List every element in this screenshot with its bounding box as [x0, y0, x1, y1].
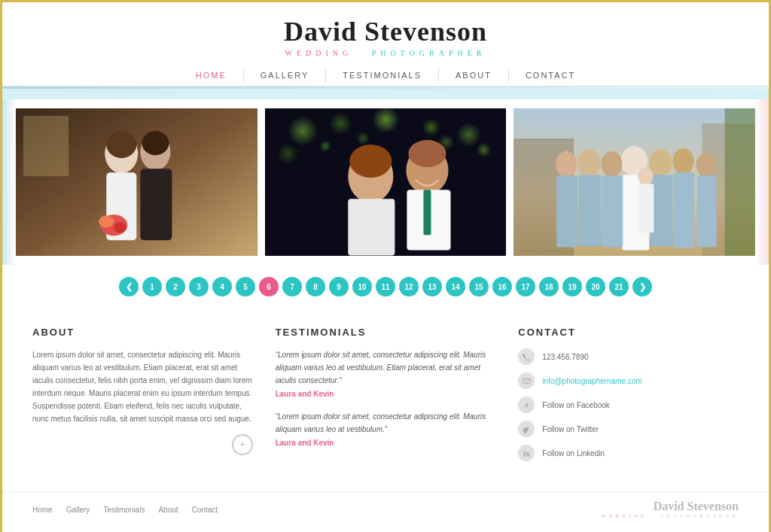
svg-point-49	[638, 167, 654, 185]
svg-point-41	[650, 149, 672, 176]
contact-email[interactable]: info@photographername.com	[542, 377, 641, 385]
testimonial-2: “Lorem ipsum dolor sit amet, consectetur…	[276, 410, 496, 447]
read-more-icon: +	[239, 439, 245, 451]
nav-home[interactable]: HOME	[179, 68, 244, 83]
about-text: Lorem ipsum dolor sit amet, consectetur …	[32, 348, 253, 425]
svg-point-56	[523, 450, 525, 451]
pg-18[interactable]: 18	[539, 277, 559, 296]
pg-3[interactable]: 3	[189, 277, 209, 296]
footer-nav: Home Gallery Testimonials About Contact	[32, 506, 218, 514]
pg-13[interactable]: 13	[422, 277, 442, 296]
pg-17[interactable]: 17	[516, 277, 535, 296]
svg-point-29	[408, 140, 446, 167]
svg-rect-24	[348, 199, 395, 255]
footer-logo-subtitle: WEDDING PHOTOGRAPHER	[601, 513, 739, 519]
testimonials-heading: TESTIMONIALS	[276, 327, 496, 338]
contact-phone: 123.456.7890	[542, 353, 588, 361]
contact-twitter[interactable]: Follow on Twitter	[542, 425, 599, 433]
footer-logo-name: David Stevenson	[601, 500, 739, 513]
contact-phone-item: 123.456.7890	[518, 348, 739, 365]
subtitle-wedding: WEDDING	[285, 49, 352, 57]
pg-14[interactable]: 14	[446, 277, 465, 296]
footer-about[interactable]: About	[158, 506, 178, 514]
svg-rect-38	[579, 175, 602, 246]
svg-point-14	[329, 112, 352, 135]
pg-8[interactable]: 8	[306, 277, 325, 296]
nav-testimonials[interactable]: TESTIMONIALS	[326, 68, 439, 83]
svg-rect-50	[639, 184, 654, 233]
photo-slider	[2, 99, 769, 265]
pg-2[interactable]: 2	[166, 277, 185, 296]
pg-1[interactable]: 1	[142, 277, 162, 296]
twitter-icon	[518, 421, 535, 437]
contact-heading: CONTACT	[518, 327, 739, 338]
footer-home[interactable]: Home	[32, 506, 53, 514]
pg-7[interactable]: 7	[282, 277, 302, 296]
testimonial-2-text: “Lorem ipsum dolor sit amet, consectetur…	[276, 410, 496, 436]
contact-facebook[interactable]: Follow on Facebook	[542, 401, 610, 409]
svg-rect-46	[556, 175, 577, 247]
svg-point-43	[673, 148, 694, 174]
pg-6[interactable]: 6	[259, 277, 279, 296]
photo-1	[16, 108, 258, 256]
svg-point-39	[602, 151, 623, 177]
pg-12[interactable]: 12	[399, 277, 419, 296]
nav-contact[interactable]: CONTACT	[509, 68, 592, 83]
testimonial-1: “Lorem ipsum dolor sit amet, consectetur…	[276, 348, 496, 398]
linkedin-icon	[518, 445, 535, 461]
svg-point-47	[696, 153, 716, 177]
pg-20[interactable]: 20	[586, 277, 605, 296]
pg-4[interactable]: 4	[212, 277, 232, 296]
svg-point-10	[106, 131, 136, 158]
contact-facebook-item: Follow on Facebook	[518, 397, 739, 413]
pg-11[interactable]: 11	[376, 277, 395, 296]
photo-2	[265, 108, 507, 256]
nav-gallery[interactable]: GALLERY	[244, 68, 327, 83]
svg-point-20	[319, 140, 331, 152]
testimonial-1-author: Laura and Kevin	[276, 390, 496, 398]
nav-about[interactable]: ABOUT	[439, 68, 509, 83]
testimonial-1-text: “Lorem ipsum dolor sit amet, consectetur…	[276, 348, 496, 387]
svg-point-13	[288, 116, 318, 146]
svg-point-25	[349, 144, 392, 178]
svg-point-8	[99, 215, 114, 227]
facebook-icon	[518, 397, 535, 413]
pagination-prev[interactable]: ❮	[119, 277, 139, 296]
pagination-next[interactable]: ❯	[632, 277, 652, 296]
site-subtitle: WEDDING PHOTOGRAPHER	[2, 49, 769, 57]
footer-contact[interactable]: Contact	[192, 506, 218, 514]
footer-logo: David Stevenson WEDDING PHOTOGRAPHER	[601, 500, 739, 519]
contact-linkedin[interactable]: Follow on Linkedin	[542, 449, 605, 458]
contact-column: CONTACT 123.456.7890 info@photographerna…	[518, 327, 739, 469]
content-section: ABOUT Lorem ipsum dolor sit amet, consec…	[2, 312, 769, 491]
about-read-more[interactable]: +	[232, 434, 253, 455]
footer-copyright: Copyright 2013 David Stevenson Photograp…	[2, 527, 769, 532]
svg-point-11	[142, 131, 169, 155]
svg-rect-6	[140, 169, 172, 240]
site-header: David Stevenson WEDDING PHOTOGRAPHER	[2, 2, 769, 62]
footer: Home Gallery Testimonials About Contact …	[2, 491, 769, 527]
contact-twitter-item: Follow on Twitter	[518, 421, 739, 437]
pg-9[interactable]: 9	[329, 277, 349, 296]
pg-15[interactable]: 15	[469, 277, 489, 296]
contact-linkedin-item: Follow on Linkedin	[518, 445, 739, 461]
photo-3	[513, 108, 755, 256]
pg-5[interactable]: 5	[236, 277, 255, 296]
footer-testimonials[interactable]: Testimonials	[103, 506, 145, 514]
slider-left-fade	[2, 99, 16, 265]
svg-point-17	[456, 123, 480, 147]
subtitle-photographer: PHOTOGRAPHER	[372, 49, 486, 57]
svg-point-37	[578, 149, 601, 176]
about-column: ABOUT Lorem ipsum dolor sit amet, consec…	[32, 327, 253, 469]
pg-10[interactable]: 10	[352, 277, 372, 296]
testimonial-2-author: Laura and Kevin	[276, 439, 496, 447]
pg-16[interactable]: 16	[492, 277, 512, 296]
footer-gallery[interactable]: Gallery	[66, 506, 90, 514]
svg-rect-2	[23, 116, 69, 176]
phone-icon	[518, 348, 535, 365]
pg-21[interactable]: 21	[609, 277, 629, 296]
email-icon	[518, 372, 535, 389]
pg-19[interactable]: 19	[562, 277, 582, 296]
about-heading: ABOUT	[32, 327, 253, 338]
svg-rect-28	[423, 190, 431, 235]
